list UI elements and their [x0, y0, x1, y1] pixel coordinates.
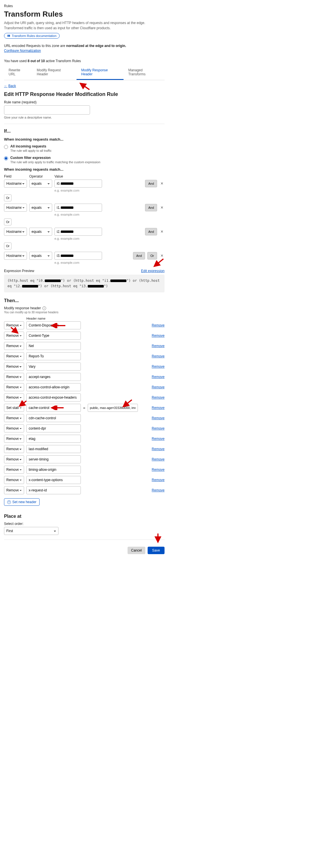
- header-action-select[interactable]: Remove: [4, 373, 24, 381]
- remove-header-link[interactable]: Remove: [152, 416, 165, 420]
- header-name-input[interactable]: [26, 363, 81, 371]
- back-link[interactable]: ← Back: [4, 84, 16, 88]
- value-input[interactable]: [54, 252, 102, 260]
- header-name-input[interactable]: [26, 486, 81, 494]
- header-action-select[interactable]: Remove: [4, 425, 24, 432]
- order-select[interactable]: First: [4, 527, 58, 535]
- remove-header-link[interactable]: Remove: [152, 457, 165, 461]
- close-icon[interactable]: ×: [159, 205, 165, 210]
- header-action-select[interactable]: Remove: [4, 363, 24, 371]
- header-name-input[interactable]: [26, 321, 81, 329]
- header-action-select[interactable]: Remove: [4, 383, 24, 391]
- docs-button[interactable]: Transform Rules documentation: [4, 33, 60, 39]
- header-name-input[interactable]: [26, 404, 81, 412]
- operator-select[interactable]: equals: [29, 228, 52, 236]
- remove-header-link[interactable]: Remove: [152, 488, 165, 492]
- condition-row: HostnameequalsAnd×: [4, 228, 165, 236]
- field-select[interactable]: Hostname: [4, 204, 27, 212]
- radio-custom-desc: The rule will only apply to traffic matc…: [10, 160, 100, 164]
- and-button[interactable]: And: [145, 204, 157, 211]
- header-action-select[interactable]: Remove: [4, 455, 24, 463]
- field-select[interactable]: Hostname: [4, 228, 27, 236]
- header-action-select[interactable]: Set static: [4, 404, 24, 412]
- and-button[interactable]: And: [133, 252, 145, 259]
- remove-header-link[interactable]: Remove: [152, 375, 165, 379]
- header-action-select[interactable]: Remove: [4, 466, 24, 474]
- header-name-input[interactable]: [26, 383, 81, 391]
- header-name-input[interactable]: [26, 342, 81, 350]
- header-row: RemoveRemove: [4, 394, 165, 402]
- header-value-input[interactable]: [88, 404, 138, 412]
- header-action-select[interactable]: Remove: [4, 445, 24, 453]
- header-name-input[interactable]: [26, 435, 81, 443]
- remove-header-link[interactable]: Remove: [152, 468, 165, 472]
- and-button[interactable]: And: [145, 228, 157, 236]
- header-action-select[interactable]: Remove: [4, 332, 24, 340]
- header-row: RemoveRemove: [4, 445, 165, 453]
- tab-rewrite-url[interactable]: Rewrite URL: [4, 65, 32, 80]
- header-name-input[interactable]: [26, 476, 81, 484]
- header-name-input[interactable]: [26, 352, 81, 360]
- header-name-input[interactable]: [26, 332, 81, 340]
- header-action-select[interactable]: Remove: [4, 476, 24, 484]
- edit-expression-link[interactable]: Edit expression: [141, 269, 165, 273]
- remove-header-link[interactable]: Remove: [152, 334, 165, 338]
- set-new-header-button[interactable]: + Set new header: [4, 498, 39, 506]
- header-action-select[interactable]: Remove: [4, 342, 24, 350]
- field-select[interactable]: Hostname: [4, 180, 27, 188]
- tab-modify-response-header[interactable]: Modify Response Header: [77, 65, 123, 80]
- header-name-input[interactable]: [26, 373, 81, 381]
- save-button[interactable]: Save: [148, 547, 165, 554]
- and-button[interactable]: And: [145, 180, 157, 187]
- radio-custom-filter[interactable]: [4, 156, 8, 160]
- usage-line: You have used 8 out of 10 active Transfo…: [4, 59, 165, 63]
- remove-header-link[interactable]: Remove: [152, 323, 165, 327]
- remove-header-link[interactable]: Remove: [152, 406, 165, 410]
- header-name-input[interactable]: [26, 455, 81, 463]
- header-action-select[interactable]: Remove: [4, 352, 24, 360]
- header-action-select[interactable]: Remove: [4, 394, 24, 402]
- remove-header-link[interactable]: Remove: [152, 437, 165, 441]
- or-button[interactable]: Or: [147, 252, 157, 259]
- remove-header-link[interactable]: Remove: [152, 426, 165, 430]
- operator-select[interactable]: equals: [29, 252, 52, 260]
- close-icon[interactable]: ×: [159, 253, 165, 258]
- remove-header-link[interactable]: Remove: [152, 365, 165, 369]
- header-name-input[interactable]: [26, 425, 81, 432]
- value-input[interactable]: [54, 204, 102, 212]
- modify-note: You can modify up to 30 response headers: [4, 311, 165, 314]
- or-button[interactable]: Or: [4, 243, 11, 249]
- operator-select[interactable]: equals: [29, 180, 52, 188]
- header-action-select[interactable]: Remove: [4, 486, 24, 494]
- tab-modify-request-header[interactable]: Modify Request Header: [32, 65, 77, 80]
- example-hint: e.g. example.com: [54, 189, 165, 192]
- header-name-input[interactable]: [26, 445, 81, 453]
- remove-header-link[interactable]: Remove: [152, 344, 165, 348]
- header-name-input[interactable]: [26, 414, 81, 422]
- example-hint: e.g. example.com: [54, 261, 165, 264]
- info-icon[interactable]: i: [43, 306, 46, 310]
- remove-header-link[interactable]: Remove: [152, 354, 165, 358]
- operator-select[interactable]: equals: [29, 204, 52, 212]
- remove-header-link[interactable]: Remove: [152, 385, 165, 389]
- cancel-button[interactable]: Cancel: [128, 547, 145, 554]
- header-name-input[interactable]: [26, 466, 81, 474]
- remove-header-link[interactable]: Remove: [152, 396, 165, 400]
- value-input[interactable]: [54, 180, 102, 188]
- configure-normalization-link[interactable]: Configure Normalization: [4, 49, 41, 53]
- header-name-input[interactable]: [26, 394, 81, 402]
- rule-name-input[interactable]: [4, 105, 90, 115]
- field-select[interactable]: Hostname: [4, 252, 27, 260]
- radio-all-requests[interactable]: [4, 145, 8, 149]
- value-input[interactable]: [54, 228, 102, 236]
- or-button[interactable]: Or: [4, 218, 11, 225]
- or-button[interactable]: Or: [4, 194, 11, 201]
- header-action-select[interactable]: Remove: [4, 414, 24, 422]
- close-icon[interactable]: ×: [159, 181, 165, 186]
- header-action-select[interactable]: Remove: [4, 435, 24, 443]
- remove-header-link[interactable]: Remove: [152, 447, 165, 451]
- tab-managed-transforms[interactable]: Managed Transforms: [123, 65, 165, 80]
- header-action-select[interactable]: Remove: [4, 321, 24, 329]
- close-icon[interactable]: ×: [159, 229, 165, 234]
- remove-header-link[interactable]: Remove: [152, 478, 165, 482]
